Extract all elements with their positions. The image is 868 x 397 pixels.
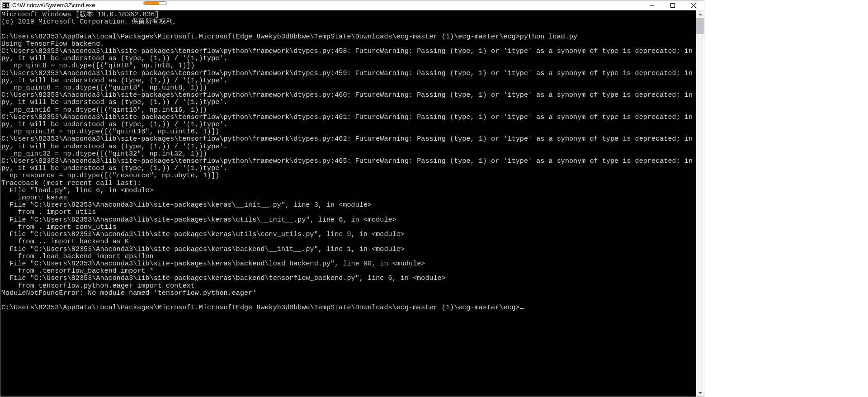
maximize-button[interactable] [662,0,683,10]
cmd-icon: C:\. [2,2,9,9]
terminal-output[interactable]: Microsoft Windows [版本 10.0.18362.836] (c… [0,10,696,397]
close-button[interactable] [683,0,704,10]
scroll-thumb[interactable] [696,18,704,34]
titlebar[interactable]: C:\. C:\Windows\System32\cmd.exe [0,0,704,10]
terminal-wrap: Microsoft Windows [版本 10.0.18362.836] (c… [0,10,704,397]
scroll-up-icon[interactable] [696,10,704,18]
svg-rect-1 [671,4,675,8]
scrollbar[interactable] [696,10,704,397]
window-title: C:\Windows\System32\cmd.exe [12,2,95,9]
minimize-button[interactable] [642,0,662,10]
cmd-window: C:\. C:\Windows\System32\cmd.exe Microso… [0,0,704,397]
scroll-track[interactable] [696,18,704,389]
scroll-down-icon[interactable] [696,389,704,397]
cursor [520,308,524,309]
progress-indicator [143,1,167,5]
progress-fill [144,2,159,5]
window-controls [642,0,704,10]
